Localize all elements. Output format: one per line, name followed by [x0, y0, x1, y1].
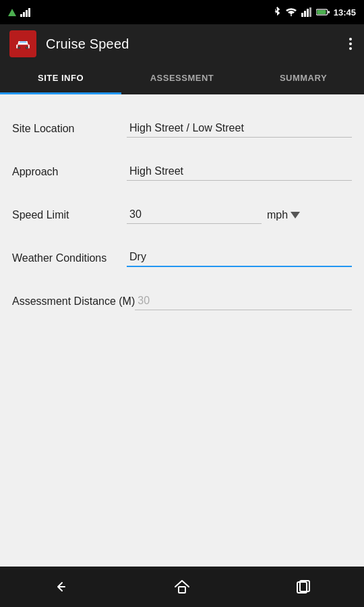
bluetooth-icon [273, 7, 281, 18]
menu-button[interactable] [346, 35, 355, 53]
car-icon [14, 36, 32, 51]
recents-icon [294, 577, 313, 596]
assessment-distance-row: Assessment Distance (M) [12, 278, 352, 321]
svg-marker-0 [274, 7, 280, 16]
status-right: 13:45 [273, 7, 356, 18]
assessment-distance-input-wrap [135, 293, 352, 310]
recents-button[interactable] [280, 572, 326, 602]
approach-input[interactable] [127, 164, 352, 181]
back-icon [51, 577, 70, 596]
weather-conditions-label: Weather Conditions [12, 252, 127, 264]
svg-point-11 [18, 47, 20, 49]
svg-rect-1 [301, 13, 303, 17]
svg-rect-6 [328, 11, 330, 13]
tab-bar: SITE INFO ASSESSMENT SUMMARY [0, 63, 364, 94]
svg-rect-4 [309, 7, 311, 17]
status-bar: 13:45 [0, 0, 364, 24]
status-left [8, 7, 30, 17]
home-button[interactable] [159, 572, 205, 602]
svg-rect-2 [304, 11, 306, 17]
speed-limit-row: Speed Limit mph [12, 192, 352, 235]
site-location-label: Site Location [12, 123, 127, 135]
speed-limit-input-wrap: mph [127, 207, 352, 224]
app-title: Cruise Speed [46, 36, 346, 52]
bottom-nav [0, 567, 364, 607]
assessment-distance-input[interactable] [135, 293, 352, 310]
app-bar: Cruise Speed [0, 24, 364, 63]
approach-label: Approach [12, 166, 127, 178]
approach-input-wrap [127, 164, 352, 181]
clock: 13:45 [334, 7, 356, 18]
svg-rect-3 [307, 9, 309, 17]
tab-assessment[interactable]: ASSESSMENT [121, 63, 243, 94]
speed-unit: mph [267, 209, 288, 221]
wifi-icon [285, 7, 297, 17]
signal-icon [8, 9, 16, 16]
svg-rect-13 [179, 587, 185, 593]
speed-limit-input[interactable] [127, 207, 262, 224]
speed-unit-dropdown[interactable] [291, 212, 300, 219]
assessment-distance-label: Assessment Distance (M) [12, 295, 135, 308]
battery-icon [316, 8, 330, 16]
back-button[interactable] [38, 572, 84, 602]
home-icon [173, 577, 191, 596]
network-signal-icon [301, 7, 312, 17]
svg-rect-7 [317, 10, 326, 14]
weather-conditions-input-wrap [127, 250, 352, 267]
site-location-input-wrap [127, 121, 352, 138]
tab-summary[interactable]: SUMMARY [243, 63, 364, 94]
weather-conditions-input[interactable] [127, 250, 352, 267]
tab-site-info[interactable]: SITE INFO [0, 63, 121, 94]
bars-icon [20, 7, 30, 17]
site-location-input[interactable] [127, 121, 352, 138]
weather-conditions-row: Weather Conditions [12, 235, 352, 278]
svg-point-12 [26, 47, 28, 49]
form-content: Site Location Approach Speed Limit mph W… [0, 94, 364, 567]
approach-row: Approach [12, 148, 352, 192]
site-location-row: Site Location [12, 105, 352, 148]
speed-limit-label: Speed Limit [12, 209, 127, 221]
app-icon [9, 30, 36, 57]
